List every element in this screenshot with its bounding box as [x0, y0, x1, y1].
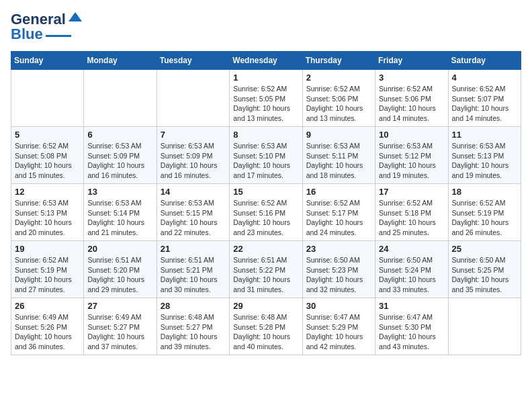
day-number: 21: [161, 244, 226, 254]
day-info: Sunrise: 6:48 AM Sunset: 5:28 PM Dayligh…: [233, 312, 298, 352]
day-number: 5: [15, 130, 80, 140]
day-number: 13: [87, 187, 152, 197]
calendar-cell: 31Sunrise: 6:47 AM Sunset: 5:30 PM Dayli…: [375, 298, 448, 355]
day-number: 18: [452, 187, 517, 197]
calendar-cell: 24Sunrise: 6:50 AM Sunset: 5:24 PM Dayli…: [375, 241, 448, 298]
day-info: Sunrise: 6:50 AM Sunset: 5:24 PM Dayligh…: [379, 255, 444, 295]
day-info: Sunrise: 6:47 AM Sunset: 5:29 PM Dayligh…: [306, 312, 371, 352]
weekday-header-tuesday: Tuesday: [157, 52, 229, 70]
calendar-cell: 30Sunrise: 6:47 AM Sunset: 5:29 PM Dayli…: [302, 298, 375, 355]
calendar-cell: [448, 298, 521, 355]
logo-underline: [46, 35, 71, 37]
day-info: Sunrise: 6:48 AM Sunset: 5:27 PM Dayligh…: [161, 312, 226, 352]
calendar-cell: 18Sunrise: 6:52 AM Sunset: 5:19 PM Dayli…: [448, 184, 521, 241]
day-info: Sunrise: 6:52 AM Sunset: 5:18 PM Dayligh…: [379, 198, 444, 238]
calendar-cell: 2Sunrise: 6:52 AM Sunset: 5:06 PM Daylig…: [302, 70, 375, 127]
logo-blue: Blue: [11, 26, 43, 43]
day-info: Sunrise: 6:50 AM Sunset: 5:23 PM Dayligh…: [306, 255, 371, 295]
calendar-cell: 27Sunrise: 6:49 AM Sunset: 5:27 PM Dayli…: [84, 298, 157, 355]
calendar-cell: 25Sunrise: 6:50 AM Sunset: 5:25 PM Dayli…: [448, 241, 521, 298]
day-number: 3: [379, 73, 444, 83]
calendar-cell: 19Sunrise: 6:52 AM Sunset: 5:19 PM Dayli…: [11, 241, 84, 298]
day-number: 1: [233, 73, 298, 83]
calendar-week-2: 5Sunrise: 6:52 AM Sunset: 5:08 PM Daylig…: [11, 127, 521, 184]
calendar-cell: 21Sunrise: 6:51 AM Sunset: 5:21 PM Dayli…: [157, 241, 229, 298]
calendar-cell: [11, 70, 84, 127]
day-number: 30: [306, 301, 371, 311]
day-number: 16: [306, 187, 371, 197]
day-number: 27: [87, 301, 152, 311]
logo-arrow-icon: [67, 9, 82, 24]
calendar-cell: 15Sunrise: 6:52 AM Sunset: 5:16 PM Dayli…: [230, 184, 302, 241]
day-number: 28: [161, 301, 226, 311]
day-number: 20: [87, 244, 152, 254]
day-number: 15: [233, 187, 298, 197]
calendar-cell: 14Sunrise: 6:53 AM Sunset: 5:15 PM Dayli…: [157, 184, 229, 241]
weekday-header-thursday: Thursday: [302, 52, 375, 70]
day-info: Sunrise: 6:50 AM Sunset: 5:25 PM Dayligh…: [452, 255, 517, 295]
weekday-header-sunday: Sunday: [11, 52, 84, 70]
calendar-week-5: 26Sunrise: 6:49 AM Sunset: 5:26 PM Dayli…: [11, 298, 521, 355]
day-info: Sunrise: 6:53 AM Sunset: 5:14 PM Dayligh…: [87, 198, 152, 238]
day-info: Sunrise: 6:53 AM Sunset: 5:09 PM Dayligh…: [87, 141, 152, 181]
svg-marker-0: [69, 12, 82, 21]
day-number: 11: [452, 130, 517, 140]
calendar-cell: 13Sunrise: 6:53 AM Sunset: 5:14 PM Dayli…: [84, 184, 157, 241]
calendar-cell: 17Sunrise: 6:52 AM Sunset: 5:18 PM Dayli…: [375, 184, 448, 241]
day-number: 23: [306, 244, 371, 254]
calendar-table: SundayMondayTuesdayWednesdayThursdayFrid…: [11, 51, 521, 355]
day-number: 31: [379, 301, 444, 311]
day-number: 19: [15, 244, 80, 254]
calendar-cell: 7Sunrise: 6:53 AM Sunset: 5:09 PM Daylig…: [157, 127, 229, 184]
day-info: Sunrise: 6:52 AM Sunset: 5:07 PM Dayligh…: [452, 84, 517, 124]
day-number: 4: [452, 73, 517, 83]
day-info: Sunrise: 6:52 AM Sunset: 5:06 PM Dayligh…: [306, 84, 371, 124]
day-info: Sunrise: 6:53 AM Sunset: 5:15 PM Dayligh…: [161, 198, 226, 238]
calendar-cell: 6Sunrise: 6:53 AM Sunset: 5:09 PM Daylig…: [84, 127, 157, 184]
day-info: Sunrise: 6:53 AM Sunset: 5:13 PM Dayligh…: [15, 198, 80, 238]
day-info: Sunrise: 6:53 AM Sunset: 5:11 PM Dayligh…: [306, 141, 371, 181]
day-number: 22: [233, 244, 298, 254]
day-number: 29: [233, 301, 298, 311]
day-number: 8: [233, 130, 298, 140]
weekday-header-wednesday: Wednesday: [230, 52, 302, 70]
calendar-cell: 12Sunrise: 6:53 AM Sunset: 5:13 PM Dayli…: [11, 184, 84, 241]
calendar-cell: 3Sunrise: 6:52 AM Sunset: 5:06 PM Daylig…: [375, 70, 448, 127]
calendar-cell: 9Sunrise: 6:53 AM Sunset: 5:11 PM Daylig…: [302, 127, 375, 184]
day-number: 6: [87, 130, 152, 140]
day-number: 2: [306, 73, 371, 83]
calendar-cell: 26Sunrise: 6:49 AM Sunset: 5:26 PM Dayli…: [11, 298, 84, 355]
page-header: General Blue: [11, 11, 521, 43]
day-number: 25: [452, 244, 517, 254]
weekday-header-saturday: Saturday: [448, 52, 521, 70]
calendar-week-1: 1Sunrise: 6:52 AM Sunset: 5:05 PM Daylig…: [11, 70, 521, 127]
calendar-cell: 10Sunrise: 6:53 AM Sunset: 5:12 PM Dayli…: [375, 127, 448, 184]
calendar-week-3: 12Sunrise: 6:53 AM Sunset: 5:13 PM Dayli…: [11, 184, 521, 241]
day-info: Sunrise: 6:52 AM Sunset: 5:19 PM Dayligh…: [15, 255, 80, 295]
day-number: 12: [15, 187, 80, 197]
calendar-cell: 16Sunrise: 6:52 AM Sunset: 5:17 PM Dayli…: [302, 184, 375, 241]
day-info: Sunrise: 6:47 AM Sunset: 5:30 PM Dayligh…: [379, 312, 444, 352]
calendar-cell: 8Sunrise: 6:53 AM Sunset: 5:10 PM Daylig…: [230, 127, 302, 184]
weekday-header-row: SundayMondayTuesdayWednesdayThursdayFrid…: [11, 52, 521, 70]
day-info: Sunrise: 6:51 AM Sunset: 5:20 PM Dayligh…: [87, 255, 152, 295]
calendar-cell: 23Sunrise: 6:50 AM Sunset: 5:23 PM Dayli…: [302, 241, 375, 298]
calendar-cell: 11Sunrise: 6:53 AM Sunset: 5:13 PM Dayli…: [448, 127, 521, 184]
day-number: 17: [379, 187, 444, 197]
calendar-cell: 1Sunrise: 6:52 AM Sunset: 5:05 PM Daylig…: [230, 70, 302, 127]
calendar-cell: [157, 70, 229, 127]
day-number: 10: [379, 130, 444, 140]
calendar-cell: [84, 70, 157, 127]
logo: General Blue: [11, 11, 82, 43]
calendar-cell: 22Sunrise: 6:51 AM Sunset: 5:22 PM Dayli…: [230, 241, 302, 298]
day-info: Sunrise: 6:53 AM Sunset: 5:09 PM Dayligh…: [161, 141, 226, 181]
day-number: 14: [161, 187, 226, 197]
day-info: Sunrise: 6:52 AM Sunset: 5:17 PM Dayligh…: [306, 198, 371, 238]
day-info: Sunrise: 6:49 AM Sunset: 5:27 PM Dayligh…: [87, 312, 152, 352]
weekday-header-friday: Friday: [375, 52, 448, 70]
calendar-cell: 5Sunrise: 6:52 AM Sunset: 5:08 PM Daylig…: [11, 127, 84, 184]
day-info: Sunrise: 6:52 AM Sunset: 5:05 PM Dayligh…: [233, 84, 298, 124]
day-info: Sunrise: 6:49 AM Sunset: 5:26 PM Dayligh…: [15, 312, 80, 352]
day-number: 24: [379, 244, 444, 254]
day-info: Sunrise: 6:53 AM Sunset: 5:12 PM Dayligh…: [379, 141, 444, 181]
